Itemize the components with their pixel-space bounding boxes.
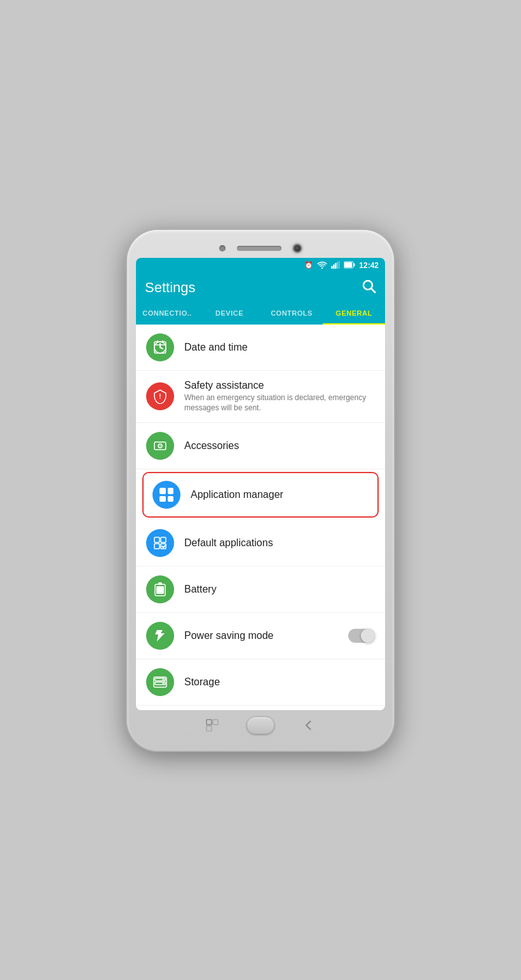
tab-device[interactable]: DEVICE bbox=[198, 303, 260, 323]
svg-rect-23 bbox=[154, 537, 159, 542]
default-apps-title: Default applications bbox=[184, 537, 375, 549]
signal-icon bbox=[331, 261, 340, 270]
app-manager-title: Application manager bbox=[191, 489, 369, 500]
phone-screen: ⏰ bbox=[136, 258, 385, 710]
home-button[interactable] bbox=[247, 716, 274, 734]
settings-item-security[interactable]: Security bbox=[136, 706, 385, 709]
safety-subtitle: When an emergency situation is declared,… bbox=[184, 393, 375, 414]
battery-setting-icon bbox=[146, 575, 174, 603]
status-time: 12:42 bbox=[359, 261, 379, 270]
phone-top-bar bbox=[136, 241, 385, 258]
accessories-icon bbox=[146, 432, 174, 460]
search-button[interactable] bbox=[362, 279, 376, 297]
settings-item-accessories[interactable]: Accessories bbox=[136, 423, 385, 469]
back-button[interactable] bbox=[300, 716, 318, 734]
alarm-icon: ⏰ bbox=[304, 261, 313, 269]
battery-text: Battery bbox=[184, 584, 375, 595]
date-time-text: Date and time bbox=[184, 342, 375, 353]
speaker-grille bbox=[237, 246, 281, 251]
svg-rect-29 bbox=[156, 586, 164, 594]
tab-controls[interactable]: CONTROLS bbox=[260, 303, 323, 323]
svg-rect-7 bbox=[344, 262, 352, 267]
settings-item-default-apps[interactable]: Default applications bbox=[136, 520, 385, 567]
date-time-title: Date and time bbox=[184, 342, 375, 353]
grid-icon bbox=[159, 488, 173, 502]
app-title: Settings bbox=[145, 279, 196, 296]
recent-apps-button[interactable] bbox=[203, 716, 221, 734]
svg-rect-8 bbox=[354, 263, 355, 266]
phone-device: ⏰ bbox=[127, 230, 394, 751]
safety-text: Safety assistance When an emergency situ… bbox=[184, 380, 375, 414]
app-manager-icon bbox=[152, 481, 180, 509]
settings-item-storage[interactable]: Storage bbox=[136, 659, 385, 706]
default-apps-text: Default applications bbox=[184, 537, 375, 549]
svg-point-21 bbox=[159, 445, 161, 446]
svg-rect-16 bbox=[157, 340, 158, 343]
settings-item-power-saving[interactable]: Power saving mode bbox=[136, 613, 385, 659]
settings-item-date-time[interactable]: Date and time bbox=[136, 325, 385, 371]
storage-text: Storage bbox=[184, 676, 375, 688]
status-bar: ⏰ bbox=[136, 258, 385, 273]
svg-rect-28 bbox=[158, 582, 162, 585]
svg-rect-25 bbox=[154, 544, 159, 549]
safety-icon: ! bbox=[146, 382, 174, 410]
svg-point-0 bbox=[321, 267, 323, 268]
safety-title: Safety assistance bbox=[184, 380, 375, 391]
battery-icon bbox=[344, 261, 355, 270]
settings-item-battery[interactable]: Battery bbox=[136, 567, 385, 613]
svg-rect-24 bbox=[161, 537, 166, 542]
date-time-icon bbox=[146, 333, 174, 361]
svg-rect-37 bbox=[213, 720, 218, 725]
tab-general[interactable]: GENERAL bbox=[323, 303, 385, 323]
app-manager-text: Application manager bbox=[191, 489, 369, 500]
svg-rect-4 bbox=[337, 262, 339, 269]
svg-point-9 bbox=[363, 281, 372, 290]
accessories-title: Accessories bbox=[184, 440, 375, 452]
svg-rect-2 bbox=[333, 264, 335, 269]
svg-line-10 bbox=[372, 288, 376, 293]
settings-item-app-manager[interactable]: Application manager bbox=[142, 472, 379, 518]
accessories-text: Accessories bbox=[184, 440, 375, 452]
red-arrow-annotation bbox=[380, 478, 385, 512]
power-saving-toggle[interactable] bbox=[348, 629, 375, 643]
phone-bottom-bar bbox=[136, 710, 385, 737]
svg-rect-3 bbox=[335, 263, 337, 269]
app-bar: Settings bbox=[136, 273, 385, 303]
svg-text:!: ! bbox=[159, 393, 161, 400]
svg-rect-5 bbox=[339, 261, 340, 269]
tab-connections[interactable]: CONNECTIO.. bbox=[136, 303, 198, 323]
svg-rect-38 bbox=[206, 726, 212, 731]
svg-line-13 bbox=[160, 347, 163, 349]
svg-rect-36 bbox=[206, 720, 212, 725]
storage-title: Storage bbox=[184, 676, 375, 688]
tab-bar: CONNECTIO.. DEVICE CONTROLS GENERAL bbox=[136, 303, 385, 325]
front-camera bbox=[293, 244, 302, 253]
svg-rect-17 bbox=[162, 340, 163, 343]
speaker-dot bbox=[219, 245, 226, 252]
svg-rect-1 bbox=[331, 266, 333, 269]
power-saving-title: Power saving mode bbox=[184, 630, 338, 641]
storage-icon bbox=[146, 668, 174, 696]
settings-item-safety[interactable]: ! Safety assistance When an emergency si… bbox=[136, 371, 385, 424]
settings-list: Date and time ! Safety assistance When a… bbox=[136, 325, 385, 710]
battery-title: Battery bbox=[184, 584, 375, 595]
power-saving-icon bbox=[146, 622, 174, 650]
default-apps-icon bbox=[146, 529, 174, 557]
wifi-icon bbox=[317, 261, 327, 270]
power-saving-text: Power saving mode bbox=[184, 630, 338, 641]
